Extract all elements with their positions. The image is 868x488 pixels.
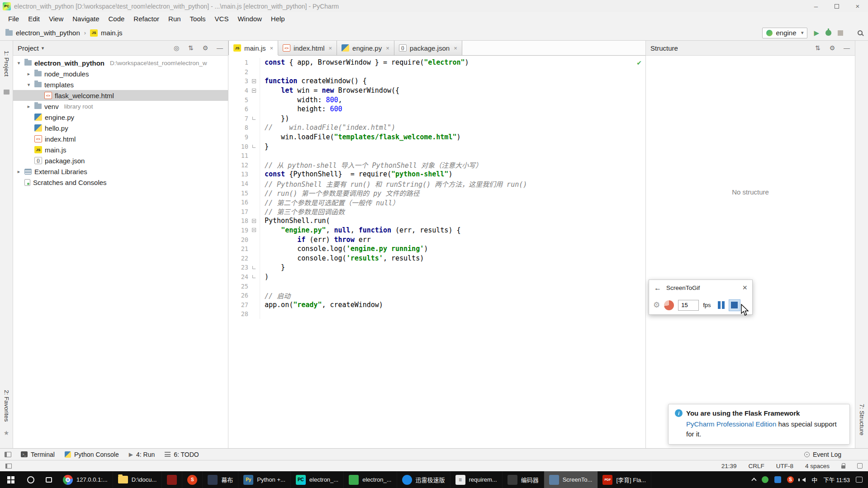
tree-item-flask-welcome-html[interactable]: <>flask_welcome.html [13, 90, 228, 101]
taskbar-item-redapp[interactable] [162, 471, 182, 488]
menu-window[interactable]: Window [233, 12, 266, 25]
maximize-button[interactable] [826, 0, 847, 12]
fold-collapse-icon[interactable] [252, 79, 256, 83]
chevron-down-icon[interactable]: ▾ [42, 45, 44, 51]
toolwindow-toggle-icon[interactable] [5, 464, 12, 469]
menu-code[interactable]: Code [104, 12, 129, 25]
toolwindow-tab-structure[interactable]: 7: Structure [859, 404, 865, 436]
minimize-button[interactable]: – [806, 0, 826, 12]
chevron-right-icon[interactable]: ▸ [26, 71, 32, 77]
readonly-lock-icon[interactable] [841, 465, 845, 469]
taskbar-item-xunlei[interactable]: 迅雷极速版 [397, 471, 451, 488]
toolwindow-switcher-icon[interactable] [5, 452, 11, 457]
run-button[interactable]: ▶ [814, 29, 819, 37]
tree-item-engine-py[interactable]: engine.py [13, 112, 228, 123]
sogou-tray-icon[interactable]: S [787, 476, 794, 483]
tray-clock[interactable]: 下午 11:53 [823, 475, 850, 484]
back-arrow-icon[interactable]: ← [654, 284, 661, 292]
close-icon[interactable]: × [453, 45, 457, 52]
menu-help[interactable]: Help [266, 12, 289, 25]
menu-refactor[interactable]: Refactor [129, 12, 164, 25]
inspections-ok-icon[interactable]: ✔ [636, 59, 642, 66]
project-panel-title[interactable]: Project [18, 44, 39, 52]
collapse-all-icon[interactable]: ⇅ [187, 44, 194, 52]
favorites-star-icon[interactable]: ★ [0, 429, 13, 436]
menu-tools[interactable]: Tools [185, 12, 210, 25]
editor-tab-engine.py[interactable]: engine.py× [337, 41, 394, 55]
record-timer-icon[interactable] [664, 300, 674, 310]
debug-button[interactable] [825, 30, 831, 36]
taskbar-item-sougou[interactable]: S [182, 471, 203, 488]
menu-view[interactable]: View [44, 12, 68, 25]
chevron-right-icon[interactable]: ▸ [16, 169, 22, 175]
fold-collapse-icon[interactable] [252, 89, 256, 93]
tray-expand-icon[interactable] [751, 478, 756, 483]
tree-item-package-json[interactable]: {}package.json [13, 155, 228, 166]
breadcrumb-project[interactable]: electron_with_python [16, 29, 80, 37]
status-item[interactable]: 4 spaces [805, 463, 830, 469]
antivirus-tray-icon[interactable] [762, 476, 768, 483]
tree-item-venv[interactable]: ▸venvlibrary root [13, 101, 228, 112]
taskbar-item-stg[interactable]: ScreenTo... [544, 471, 598, 488]
cortana-button[interactable] [22, 471, 40, 488]
pycharm-professional-link[interactable]: PyCharm Professional Edition [686, 420, 776, 428]
tree-item-external-libraries[interactable]: ▸External Libraries [13, 166, 228, 177]
search-everywhere-icon[interactable] [858, 30, 863, 35]
tree-item-hello-py[interactable]: hello.py [13, 123, 228, 133]
tree-item-scratches-and-consoles[interactable]: Scratches and Consoles [13, 177, 228, 188]
fps-input[interactable] [678, 300, 699, 311]
editor-tab-main.js[interactable]: JSmain.js× [228, 41, 278, 55]
stop-recording-button[interactable] [729, 299, 740, 311]
locate-file-icon[interactable]: ◎ [173, 44, 180, 52]
menu-run[interactable]: Run [164, 12, 185, 25]
tree-item-index-html[interactable]: <>index.html [13, 133, 228, 144]
notification-center-icon[interactable] [856, 477, 863, 483]
status-item[interactable]: UTF-8 [776, 463, 793, 469]
toolwindow-button-run[interactable]: ▶4: Run [124, 449, 160, 460]
toolwindow-tab-favorites[interactable]: 2: Favorites [3, 390, 10, 422]
taskbar-item-pycharm[interactable]: PCelectron_... [291, 471, 344, 488]
taskbar-item-encoder[interactable]: 编码器 [503, 471, 544, 488]
toolwindow-button-terminal[interactable]: >_Terminal [16, 449, 60, 460]
hide-panel-icon[interactable]: ― [216, 44, 223, 52]
tree-item-electron-with-python[interactable]: ▾electron_with_pythonD:\workspace\test_r… [13, 57, 228, 68]
status-item[interactable]: CRLF [748, 463, 764, 469]
editor-tab-package.json[interactable]: {}package.json× [394, 41, 462, 55]
app-tray-icon[interactable] [774, 476, 781, 483]
hide-panel-icon[interactable]: ― [843, 44, 850, 52]
fold-collapse-icon[interactable] [252, 219, 256, 223]
taskbar-item-mubu[interactable]: 幕布 [203, 471, 238, 488]
taskbar-item-chrome[interactable]: 127.0.0.1:... [58, 471, 113, 488]
code-editor[interactable]: 1const { app, BrowserWindow } = require(… [228, 56, 645, 448]
menu-file[interactable]: File [4, 12, 24, 25]
tree-item-main-js[interactable]: JSmain.js [13, 144, 228, 155]
toolwindow-tab-project[interactable]: 1: Project [3, 51, 10, 76]
close-icon[interactable]: × [327, 45, 332, 52]
stop-button[interactable] [838, 30, 843, 36]
task-view-button[interactable] [40, 471, 58, 488]
settings-gear-icon[interactable]: ⚙ [829, 44, 836, 52]
notification-balloon[interactable]: i You are using the Flask Framework PyCh… [668, 404, 850, 445]
settings-gear-icon[interactable]: ⚙ [202, 44, 209, 52]
pause-button[interactable] [718, 301, 725, 309]
menu-vcs[interactable]: VCS [210, 12, 233, 25]
menu-navigate[interactable]: Navigate [68, 12, 104, 25]
volume-icon[interactable] [800, 478, 806, 482]
highlighting-level-icon[interactable] [857, 463, 863, 469]
chevron-down-icon[interactable]: ▾ [26, 82, 32, 88]
close-button[interactable]: × [847, 0, 868, 12]
start-button[interactable] [0, 471, 22, 488]
tree-item-node-modules[interactable]: ▸node_modules [13, 68, 228, 79]
editor-tab-index.html[interactable]: <>index.html× [278, 41, 337, 55]
breadcrumb-file[interactable]: main.js [101, 29, 123, 37]
close-icon[interactable]: × [742, 283, 747, 293]
close-icon[interactable]: × [385, 45, 389, 52]
taskbar-item-greenapp[interactable]: electron_... [344, 471, 397, 488]
tree-item-templates[interactable]: ▾templates [13, 79, 228, 90]
chevron-down-icon[interactable]: ▾ [16, 60, 22, 66]
taskbar-item-pythonw[interactable]: PyPython +... [238, 471, 291, 488]
chevron-right-icon[interactable]: ▸ [26, 104, 32, 109]
taskbar-item-pdf[interactable]: PDF[李育] Fla... [598, 471, 651, 488]
menu-edit[interactable]: Edit [24, 12, 44, 25]
taskbar-item-doc[interactable]: ≡requirem... [451, 471, 503, 488]
